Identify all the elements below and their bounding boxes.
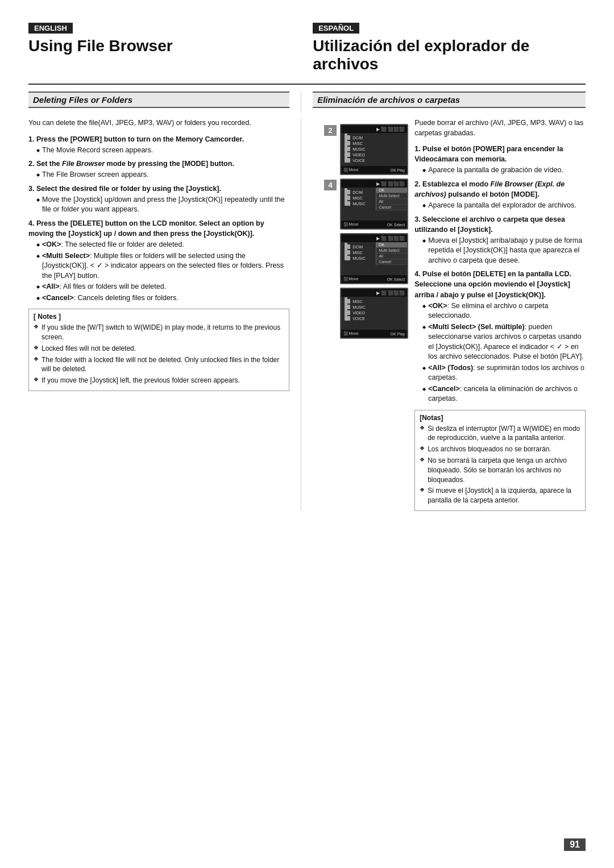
screen-4b-select: OK Select [387,277,405,281]
camera-screens: 2 ▶ ⬛ ⬛⬛⬛ DCIM [324,124,406,505]
s4a-misc-label: MISC [352,196,363,200]
right-note-2: Los archivos bloqueados no se borrarán. [420,445,580,454]
screen-4a-move: ⬛Move [343,222,358,227]
left-step-2: 2. Set the File Browser mode by pressing… [28,159,289,180]
screen-2-topbar: ▶ ⬛ ⬛⬛⬛ [341,125,407,133]
screen-last-bottombar: ⬛Move OK Play [341,330,407,338]
left-subsection: Deleting Files or Folders [28,92,289,108]
page: ENGLISH Using File Browser ESPAÑOL Utili… [0,0,614,868]
left-notes: [ Notes ] If you slide the [W/T] switch … [28,309,289,391]
sl-misc-label: MISC [352,300,363,304]
sl-music-label: MUSIC [352,305,366,309]
step-3-bullet-1: Move the [Joystick] up/down and press th… [36,195,289,215]
s4b-misc-label: MISC [352,251,363,255]
screen-2-bottombar: ⬛Move OK Play [341,166,407,174]
step-4-bullet-1: <OK>: The selected file or folder are de… [36,240,289,250]
screen-step-4: 4 [324,180,337,190]
menu-4b-ok: OK [376,242,407,248]
left-note-3: The folder with a locked file will not b… [34,355,284,375]
right-text: Puede borrar el archivo (AVI, JPEG, MP3,… [414,118,586,511]
right-notes-list: Si desliza el interruptor [W/T] a W(WIDE… [420,424,580,505]
step-2-bullet-1: The File Browser screen appears. [36,170,289,180]
folder-voice-icon [345,158,350,163]
screen-row-last: 4 ▶ ⬛ ⬛⬛⬛ MISC [324,288,406,339]
left-notes-list: If you slide the [W/T] switch to W(WIDE)… [34,323,284,385]
r-step-4-bullet-1: <OK>: Se elimina el archivo o carpeta se… [422,301,586,321]
folder-video-label: VIDEO [352,153,365,157]
screen-2-content: DCIM MISC MUSIC [341,133,407,165]
folder-misc-label: MISC [352,142,363,146]
left-note-1: If you slide the [W/T] switch to W(WIDE)… [34,323,284,342]
right-note-3: No se borrará la carpeta que tenga un ar… [420,456,580,484]
folder-music-label: MUSIC [352,147,366,151]
left-step-3: 3. Select the desired file or folder by … [28,184,289,215]
screen-4a-bottombar: ⬛Move OK Select [341,221,407,229]
screen-4b: ▶ ⬛ ⬛⬛⬛ DCIM MISC [340,233,408,284]
left-note-4: If you move the [Joystick] left, the pre… [34,376,284,385]
screen-4b-menu: OK Multi Select All Cancel [376,242,407,265]
right-note-4: Si mueve el [Joystick] a la izquierda, a… [420,486,580,505]
right-intro: Puede borrar el archivo (AVI, JPEG, MP3,… [414,118,586,138]
sl-voice-icon [345,316,350,321]
left-notes-title: [ Notes ] [34,313,284,321]
left-step-4: 4. Press the [DELETE] button on the LCD … [28,218,289,303]
s4a-dcim-label: DCIM [352,190,363,194]
folder-voice: VOICE [345,158,404,163]
r-step-4-bullet-4: <Cancel>: cancela la eliminación de arch… [422,384,586,404]
screen-row-2: 2 ▶ ⬛ ⬛⬛⬛ DCIM [324,124,406,175]
left-column: You can delete the file(AVI, JPEG, MP3, … [28,118,301,511]
s4b-music-icon [345,256,350,260]
screen-row-4b: 4 ▶ ⬛ ⬛⬛⬛ DCIM [324,233,406,284]
header-area: ENGLISH Using File Browser ESPAÑOL Utili… [28,23,586,85]
folder-misc: MISC [345,141,404,146]
sl-video: VIDEO [345,310,404,315]
left-note-2: Locked files will not be deleted. [34,344,284,354]
step-4-bullet-4: <Cancel>: Cancels deleting files or fold… [36,293,289,304]
r-step-2-label: 2. Establezca el modo File Browser (Expl… [414,180,565,198]
screen-4a-menu: OK Multi Select All Cancel [376,188,407,210]
s4a-music-label: MUSIC [352,202,366,206]
screen-row-4a: 4 ▶ ⬛ ⬛⬛⬛ DCIM [324,178,406,230]
folder-dcim: DCIM [345,135,404,140]
s4a-music-icon [345,201,350,206]
r-step-4-bullet-3: <All> (Todos): se suprimirán todos los a… [422,363,586,383]
r-step-3-label: 3. Seleccione el archivo o carpeta que d… [414,215,565,234]
s4b-dcim: DCIM [345,244,377,249]
s4b-music: MUSIC [345,256,377,260]
screen-4b-content: DCIM MISC MUSIC [341,242,381,263]
screen-2-play: OK Play [391,168,405,172]
r-step-3-bullet-1: Mueva el [Joystick] arriba/abajo y pulse… [422,236,586,266]
menu-cancel: Cancel [376,205,407,210]
step-1-bullet-1: The Movie Record screen appears. [36,146,289,156]
screen-last-icon: ▶ ⬛ ⬛⬛⬛ [376,290,405,296]
step-2-label: 2. Set the File Browser mode by pressing… [28,160,234,168]
right-column: 2 ▶ ⬛ ⬛⬛⬛ DCIM [301,118,586,511]
screen-2-move: ⬛Move [343,168,358,172]
screen-last-play: OK Play [391,332,405,336]
folder-music: MUSIC [345,147,404,151]
right-note-1: Si desliza el interruptor [W/T] a W(WIDE… [420,424,580,443]
r-step-1-bullet-1: Aparece la pantalla de grabación de víde… [422,165,586,176]
menu-4b-cancel: Cancel [376,259,407,265]
r-step-1-label: 1. Pulse el botón [POWER] para encender … [414,145,563,163]
screen-last-topbar: ▶ ⬛ ⬛⬛⬛ [341,289,407,297]
screen-4a-icon: ▶ ⬛ ⬛⬛⬛ [376,181,405,186]
folder-video: VIDEO [345,152,404,157]
menu-4b-all: All [376,254,407,259]
left-intro: You can delete the file(AVI, JPEG, MP3, … [28,118,289,128]
right-notes: [Notas] Si desliza el interruptor [W/T] … [414,410,586,511]
step-4-label: 4. Press the [DELETE] button on the LCD … [28,219,264,238]
folder-voice-label: VOICE [352,159,365,163]
right-step-1: 1. Pulse el botón [POWER] para encender … [414,144,586,176]
espanol-badge: ESPAÑOL [313,23,359,34]
step-1-label: 1. Press the [POWER] button to turn on t… [28,135,244,143]
menu-all: All [376,199,407,205]
right-header: ESPAÑOL Utilización del explorador de ar… [301,23,586,79]
s4a-dcim: DCIM [345,190,377,194]
left-steps: 1. Press the [POWER] button to turn on t… [28,134,289,304]
sl-voice: VOICE [345,316,404,321]
right-steps: 1. Pulse el botón [POWER] para encender … [414,144,586,404]
menu-multiselect: Multi Select [376,193,407,199]
r-step-4-label: 4. Pulse el botón [DELETE] en la pantall… [414,270,571,298]
step-4-bullet-2: <Multi Select>: Multiple files or folder… [36,251,289,281]
